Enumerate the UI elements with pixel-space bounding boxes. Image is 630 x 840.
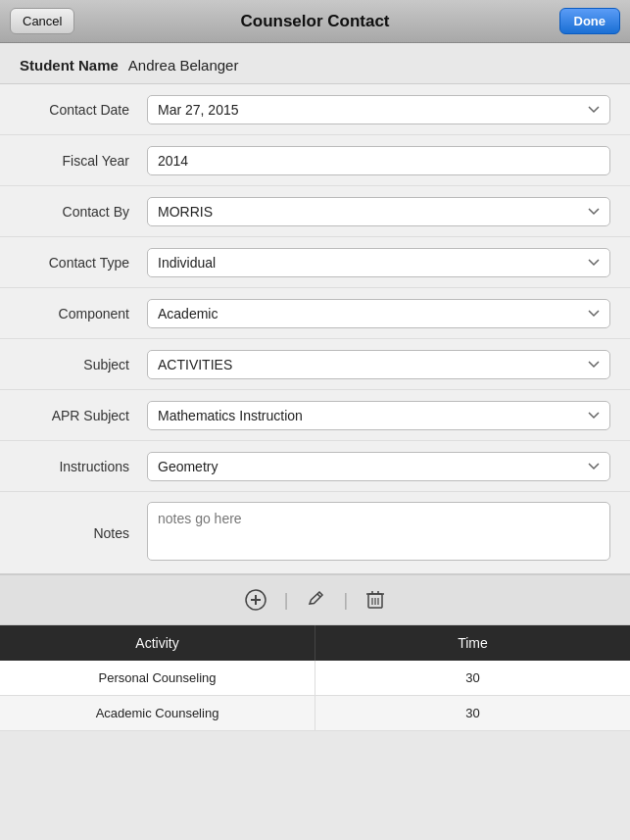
subject-field: ACTIVITIES (147, 350, 610, 379)
subject-select[interactable]: ACTIVITIES (147, 350, 610, 379)
instructions-select[interactable]: Geometry (147, 452, 610, 481)
add-button[interactable] (229, 585, 282, 615)
contact-date-row: Contact Date Mar 27, 2015 (0, 84, 630, 135)
table-header: Activity Time (0, 625, 630, 661)
activity-column-header: Activity (0, 625, 315, 661)
fiscal-year-label: Fiscal Year (20, 153, 147, 169)
instructions-row: Instructions Geometry (0, 441, 630, 492)
header: Cancel Counselor Contact Done (0, 0, 630, 43)
contact-date-label: Contact Date (20, 102, 147, 118)
contact-type-label: Contact Type (20, 255, 147, 271)
instructions-field: Geometry (147, 452, 610, 481)
fiscal-year-row: Fiscal Year (0, 135, 630, 186)
action-toolbar: | | (0, 574, 630, 625)
notes-field (147, 502, 610, 564)
component-field: Academic (147, 299, 610, 328)
time-column-header: Time (315, 625, 630, 661)
contact-type-row: Contact Type Individual (0, 237, 630, 288)
subject-label: Subject (20, 357, 147, 372)
apr-subject-select[interactable]: Mathematics Instruction (147, 401, 610, 430)
edit-icon (307, 590, 326, 610)
student-name-row: Student Name Andrea Belanger (0, 43, 630, 83)
edit-button[interactable] (291, 586, 342, 614)
table-row: Academic Counseling 30 (0, 696, 630, 731)
contact-date-select[interactable]: Mar 27, 2015 (147, 95, 610, 124)
contact-by-select[interactable]: MORRIS (147, 197, 610, 226)
notes-textarea[interactable] (147, 502, 610, 561)
divider-2: | (342, 590, 351, 611)
content-area: Student Name Andrea Belanger Contact Dat… (0, 43, 630, 731)
contact-by-row: Contact By MORRIS (0, 186, 630, 237)
apr-subject-row: APR Subject Mathematics Instruction (0, 390, 630, 441)
subject-row: Subject ACTIVITIES (0, 339, 630, 390)
svg-line-3 (317, 594, 320, 597)
component-label: Component (20, 306, 147, 321)
instructions-label: Instructions (20, 459, 147, 474)
activity-cell: Academic Counseling (0, 696, 315, 730)
apr-subject-field: Mathematics Instruction (147, 401, 610, 430)
fiscal-year-input[interactable] (147, 146, 610, 175)
activity-cell: Personal Counseling (0, 661, 315, 695)
form-section: Contact Date Mar 27, 2015 Fiscal Year Co… (0, 83, 630, 574)
component-select[interactable]: Academic (147, 299, 610, 328)
page-title: Counselor Contact (240, 12, 389, 31)
contact-by-field: MORRIS (147, 197, 610, 226)
activity-table: Activity Time Personal Counseling 30 Aca… (0, 625, 630, 731)
done-button[interactable]: Done (559, 8, 621, 34)
cancel-button[interactable]: Cancel (10, 8, 74, 34)
fiscal-year-field (147, 146, 610, 175)
time-cell: 30 (315, 696, 630, 730)
component-row: Component Academic (0, 288, 630, 339)
notes-label: Notes (20, 525, 147, 541)
divider-1: | (282, 590, 291, 611)
add-icon (245, 589, 267, 611)
student-name-value: Andrea Belanger (128, 57, 239, 74)
contact-by-label: Contact By (20, 204, 147, 220)
notes-row: Notes (0, 492, 630, 573)
delete-button[interactable] (350, 585, 401, 615)
delete-icon (365, 589, 385, 611)
time-cell: 30 (315, 661, 630, 695)
apr-subject-label: APR Subject (20, 408, 147, 423)
contact-type-field: Individual (147, 248, 610, 277)
contact-type-select[interactable]: Individual (147, 248, 610, 277)
contact-date-field: Mar 27, 2015 (147, 95, 610, 124)
table-row: Personal Counseling 30 (0, 661, 630, 696)
student-name-label: Student Name (20, 57, 119, 74)
